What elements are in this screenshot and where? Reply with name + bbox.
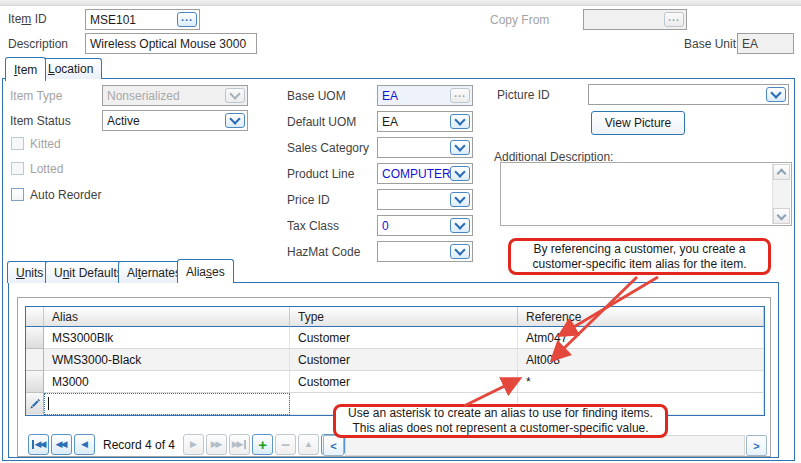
item-type-select: Nonserialized xyxy=(102,85,248,106)
hscroll-track[interactable] xyxy=(345,435,745,456)
last-record-button[interactable]: ▶▶ xyxy=(229,434,250,455)
hscroll-left-button[interactable]: < xyxy=(323,435,344,456)
sales-category-dropdown-button[interactable] xyxy=(450,140,470,155)
table-row[interactable]: M3000Customer* xyxy=(26,371,764,393)
view-picture-button[interactable]: View Picture xyxy=(591,111,685,135)
price-id-select[interactable] xyxy=(377,189,473,210)
product-line-select[interactable]: COMPUTER xyxy=(377,163,473,184)
next-record-button[interactable]: ▶ xyxy=(183,434,204,455)
record-navigation-bar: ◀◀◀◀◀Record 4 of 4▶▶▶▶▶+−▲✓✕ xyxy=(28,434,365,455)
auto-reorder-label: Auto Reorder xyxy=(30,188,101,202)
picture-id-dropdown-button[interactable] xyxy=(766,87,786,102)
tab-location[interactable]: Location xyxy=(39,58,102,79)
chevron-down-icon xyxy=(454,114,465,125)
tax-class-dropdown-button[interactable] xyxy=(450,218,470,233)
additional-description-textarea[interactable] xyxy=(500,162,792,226)
vertical-scrollbar[interactable] xyxy=(772,164,790,224)
ellipsis-icon: ... xyxy=(181,15,193,19)
row-header-cell xyxy=(26,393,44,415)
grid-cell-type[interactable]: Customer xyxy=(290,371,518,393)
callout-customer-reference: By referencing a customer, you create a … xyxy=(508,238,771,275)
hazmat-code-dropdown-button[interactable] xyxy=(450,244,470,259)
base-uom-input[interactable]: EA... xyxy=(377,85,473,106)
picture-id-label: Picture ID xyxy=(497,88,550,102)
sales-category-label: Sales Category xyxy=(287,141,369,155)
first-record-button[interactable]: ◀◀ xyxy=(28,434,49,455)
auto-reorder-checkbox[interactable] xyxy=(11,188,24,201)
chevron-down-icon xyxy=(454,218,465,229)
row-header-cell[interactable] xyxy=(26,371,44,393)
description-label: Description xyxy=(8,37,68,51)
forward-records-button[interactable]: ▶▶ xyxy=(206,434,227,455)
grid-cell-type[interactable]: Customer xyxy=(290,327,518,349)
default-uom-dropdown-button[interactable] xyxy=(450,114,470,129)
first-icon: ◀◀ xyxy=(31,440,47,449)
item-status-label: Item Status xyxy=(10,114,71,128)
item-status-select[interactable]: Active xyxy=(102,110,248,131)
base-uom-label: Base UOM xyxy=(287,89,346,103)
text-caret xyxy=(48,397,49,410)
next2-icon: ▶▶ xyxy=(211,440,223,449)
picture-id-select[interactable] xyxy=(588,84,789,105)
ellipsis-icon: ... xyxy=(668,15,680,19)
item-id-label: Item ID xyxy=(8,12,47,26)
chevron-down-icon xyxy=(454,166,465,177)
grid-cell-reference[interactable]: * xyxy=(518,371,764,393)
tax-class-select[interactable]: 0 xyxy=(377,215,473,236)
price-id-dropdown-button[interactable] xyxy=(450,192,470,207)
sales-category-select[interactable] xyxy=(377,137,473,158)
vscroll-down-button[interactable] xyxy=(773,208,790,224)
delete-row-button[interactable]: − xyxy=(275,434,296,455)
base-uom-lookup-button: ... xyxy=(450,88,470,103)
last-icon: ▶▶ xyxy=(232,440,248,449)
grid-cell-alias[interactable]: WMS3000-Black xyxy=(44,349,290,371)
up-icon: ▲ xyxy=(304,440,313,449)
grid-cell-type[interactable]: Customer xyxy=(290,349,518,371)
tab-aliases[interactable]: Aliases xyxy=(177,259,234,283)
copy-from-input: ... xyxy=(583,9,687,30)
hazmat-code-label: HazMat Code xyxy=(287,245,360,259)
edit-alias-cell[interactable] xyxy=(44,393,290,415)
item-type-dropdown-button xyxy=(225,88,245,103)
price-id-label: Price ID xyxy=(287,193,330,207)
copy-from-lookup-button: ... xyxy=(664,12,684,27)
chevron-down-icon xyxy=(454,244,465,255)
add-row-button[interactable]: + xyxy=(252,434,273,455)
grid-cell-reference[interactable]: Atm047 xyxy=(518,327,764,349)
column-header-type[interactable]: Type xyxy=(290,307,518,327)
ellipsis-icon: ... xyxy=(454,91,466,95)
description-input[interactable]: Wireless Optical Mouse 3000 xyxy=(85,33,257,54)
row-header-cell[interactable] xyxy=(26,327,44,349)
table-row[interactable]: MS3000BlkCustomerAtm047 xyxy=(26,327,764,349)
kitted-label: Kitted xyxy=(30,137,61,151)
default-uom-select[interactable]: EA xyxy=(377,111,473,132)
product-line-dropdown-button[interactable] xyxy=(450,166,470,181)
rewind-records-button[interactable]: ◀◀ xyxy=(51,434,72,455)
table-row[interactable]: WMS3000-BlackCustomerAlt008 xyxy=(26,349,764,371)
tab-item[interactable]: Item xyxy=(5,57,46,81)
previous-record-button[interactable]: ◀ xyxy=(74,434,95,455)
base-unit-input: EA xyxy=(737,33,794,54)
chevron-up-icon xyxy=(777,169,787,179)
default-uom-label: Default UOM xyxy=(287,115,356,129)
lotted-checkbox xyxy=(11,162,24,175)
row-header-cell[interactable] xyxy=(26,349,44,371)
column-header-reference[interactable]: Reference xyxy=(518,307,764,327)
minus-icon: − xyxy=(281,437,290,452)
hazmat-code-select[interactable] xyxy=(377,241,473,262)
item-id-lookup-button[interactable]: ... xyxy=(177,12,197,27)
grid-cell-alias[interactable]: MS3000Blk xyxy=(44,327,290,349)
chevron-down-icon xyxy=(229,113,240,124)
vscroll-up-button[interactable] xyxy=(773,164,790,180)
edit-pencil-icon xyxy=(29,398,41,410)
grid-cell-reference[interactable]: Alt008 xyxy=(518,349,764,371)
move-up-button[interactable]: ▲ xyxy=(298,434,319,455)
kitted-checkbox xyxy=(11,137,24,150)
item-id-input[interactable]: MSE101 ... xyxy=(85,9,200,30)
item-maintenance-window: Item ID MSE101 ... Copy From ... Descrip… xyxy=(0,0,801,463)
item-status-dropdown-button[interactable] xyxy=(225,113,245,128)
hscroll-right-button[interactable]: > xyxy=(746,435,767,456)
chevron-down-icon xyxy=(777,210,787,220)
grid-cell-alias[interactable]: M3000 xyxy=(44,371,290,393)
column-header-alias[interactable]: Alias xyxy=(44,307,290,327)
